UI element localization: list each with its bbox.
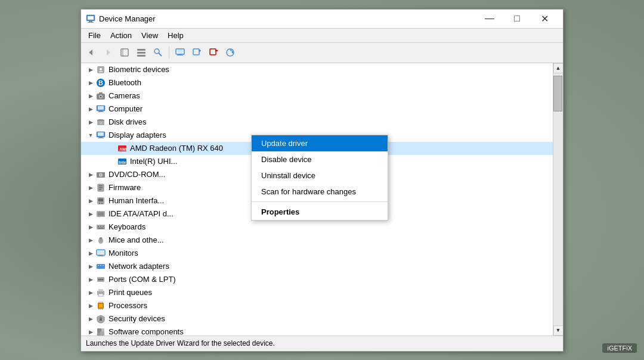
expand-arrow-firmware[interactable]: ▶: [86, 183, 95, 193]
svg-rect-55: [99, 189, 101, 190]
content-area: ▶ Biometric devices ▶ B Bluetooth ▶: [81, 63, 563, 336]
bluetooth-label: Bluetooth: [109, 78, 141, 87]
svg-rect-96: [100, 331, 104, 336]
firmware-label: Firmware: [109, 183, 141, 192]
processor-icon: [95, 300, 106, 311]
menu-bar: File Action View Help: [81, 29, 563, 43]
expand-arrow-ports[interactable]: ▶: [86, 275, 95, 284]
window-icon: [86, 14, 95, 23]
forward-button[interactable]: [100, 45, 116, 60]
view-button[interactable]: [117, 45, 132, 60]
expand-arrow-network[interactable]: ▶: [86, 262, 95, 271]
tree-item-monitors[interactable]: ▶ Monitors: [81, 247, 553, 260]
device-manager-window: Device Manager — □ ✕ File Action View He…: [80, 9, 564, 352]
scroll-up-button[interactable]: ▲: [553, 63, 564, 73]
svg-rect-3: [88, 22, 94, 23]
expand-arrow-cameras[interactable]: ▶: [86, 91, 95, 101]
svg-rect-53: [99, 185, 103, 187]
add-button[interactable]: [189, 45, 205, 60]
svg-rect-16: [178, 54, 182, 55]
svg-rect-11: [137, 55, 145, 57]
context-menu-update-driver[interactable]: Update driver: [252, 135, 388, 151]
expand-arrow-processors[interactable]: ▶: [86, 301, 95, 311]
expand-arrow-biometric[interactable]: ▶: [86, 65, 95, 75]
vertical-scrollbar[interactable]: ▲ ▼: [553, 63, 563, 336]
tree-item-print[interactable]: ▶ Print queues: [81, 286, 553, 299]
tree-item-processors[interactable]: ▶ Processors: [81, 299, 553, 312]
tree-item-keyboards[interactable]: ▶ Keyboards: [81, 221, 553, 234]
svg-rect-34: [98, 106, 104, 110]
minimize-button[interactable]: —: [476, 9, 503, 28]
expand-arrow-security[interactable]: ▶: [86, 314, 95, 324]
context-menu-disable[interactable]: Disable device: [252, 151, 388, 167]
svg-rect-57: [98, 198, 103, 201]
expand-arrow-print[interactable]: ▶: [86, 288, 95, 297]
menu-help[interactable]: Help: [163, 30, 188, 41]
view2-button[interactable]: [134, 45, 149, 60]
context-menu-scan[interactable]: Scan for hardware changes: [252, 184, 388, 200]
maximize-button[interactable]: □: [503, 9, 531, 28]
expand-arrow-keyboards[interactable]: ▶: [86, 222, 95, 232]
svg-rect-59: [101, 203, 103, 204]
menu-file[interactable]: File: [83, 30, 106, 41]
expand-arrow-ide[interactable]: ▶: [86, 209, 95, 219]
expand-arrow-software-components[interactable]: ▶: [86, 327, 95, 336]
context-menu-properties[interactable]: Properties: [252, 204, 388, 220]
menu-action[interactable]: Action: [106, 30, 137, 41]
ide-icon: [95, 209, 106, 219]
tree-item-network[interactable]: ▶ Network adapters: [81, 260, 553, 273]
bluetooth-icon: B: [95, 77, 106, 88]
tree-item-mice[interactable]: ▶ Mice and othe...: [81, 234, 553, 247]
svg-rect-65: [103, 226, 104, 227]
tree-item-security[interactable]: ▶ Security devices: [81, 312, 553, 325]
expand-arrow-mice[interactable]: ▶: [86, 235, 95, 245]
svg-rect-36: [98, 111, 104, 112]
menu-view[interactable]: View: [137, 30, 163, 41]
svg-point-81: [102, 278, 104, 280]
tree-item-disk[interactable]: ▶ Disk drives: [81, 116, 553, 129]
tree-item-biometric[interactable]: ▶ Biometric devices: [81, 63, 553, 76]
monitor-button[interactable]: [172, 45, 188, 60]
remove-button[interactable]: [206, 45, 221, 60]
toolbar-separator-1: [169, 46, 169, 58]
expand-arrow-display[interactable]: ▼: [86, 131, 95, 140]
tree-item-software-components[interactable]: ▶ Software components: [81, 325, 553, 336]
scroll-thumb[interactable]: [553, 76, 562, 111]
expand-arrow-bluetooth[interactable]: ▶: [86, 78, 95, 88]
expand-arrow-amd[interactable]: ▶: [107, 144, 117, 153]
keyboard-icon: [95, 222, 106, 232]
svg-rect-42: [98, 132, 104, 136]
svg-rect-97: [97, 333, 100, 336]
tree-item-computer[interactable]: ▶ Computer: [81, 103, 553, 116]
update-button[interactable]: [222, 45, 238, 60]
close-button[interactable]: ✕: [531, 9, 558, 28]
back-button[interactable]: [83, 45, 99, 60]
context-menu-uninstall[interactable]: Uninstall device: [252, 167, 388, 184]
svg-text:B: B: [98, 79, 103, 86]
expand-arrow-computer[interactable]: ▶: [86, 104, 95, 114]
expand-arrow-human[interactable]: ▶: [86, 196, 95, 206]
svg-text:AMD: AMD: [119, 147, 127, 151]
tree-item-cameras[interactable]: ▶ Cameras: [81, 89, 553, 103]
scroll-track[interactable]: [553, 73, 563, 325]
tree-item-ports[interactable]: ▶ Ports (COM & LPT): [81, 273, 553, 286]
expand-arrow-dvd[interactable]: ▶: [86, 170, 95, 179]
mice-icon: [95, 235, 106, 246]
intel-icon: Intel: [117, 156, 128, 167]
expand-arrow-disk[interactable]: ▶: [86, 117, 95, 127]
scroll-down-button[interactable]: ▼: [553, 325, 564, 336]
title-bar: Device Manager — □ ✕: [81, 10, 563, 29]
expand-arrow-monitors[interactable]: ▶: [86, 249, 95, 258]
svg-rect-62: [97, 225, 105, 229]
network-label: Network adapters: [109, 262, 169, 271]
svg-rect-98: [101, 328, 104, 331]
expand-arrow-intel[interactable]: ▶: [107, 157, 117, 166]
monitor-icon: [95, 248, 106, 259]
amd-icon: AMD: [117, 143, 128, 154]
security-icon: [95, 314, 106, 324]
search-button[interactable]: [150, 45, 166, 60]
ports-icon: [95, 274, 106, 285]
monitors-label: Monitors: [109, 249, 138, 257]
svg-rect-18: [193, 49, 199, 55]
tree-item-bluetooth[interactable]: ▶ B Bluetooth: [81, 76, 553, 89]
